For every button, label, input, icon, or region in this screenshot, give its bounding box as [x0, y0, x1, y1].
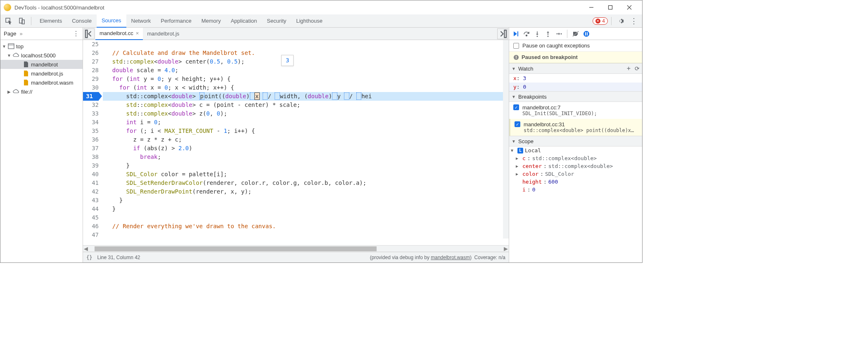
maximize-button[interactable]: [601, 0, 620, 14]
editor-statusbar: {} Line 31, Column 42 (provided via debu…: [83, 252, 509, 262]
deactivate-breakpoints-button[interactable]: [572, 30, 580, 38]
scope-header[interactable]: ▼Scope: [509, 136, 642, 146]
file-tab[interactable]: mandelbrot.cc×: [95, 28, 143, 40]
tab-sources[interactable]: Sources: [97, 14, 126, 28]
svg-rect-10: [505, 30, 507, 38]
settings-icon[interactable]: [615, 15, 626, 27]
sidebar-page-label[interactable]: Page: [4, 31, 16, 37]
tree-host[interactable]: ▼ localhost:5000: [0, 51, 83, 60]
horizontal-scrollbar[interactable]: ◀ ▶: [83, 245, 509, 252]
scope-variable[interactable]: height: 600: [509, 178, 642, 186]
file-tree: ▼ top ▼ localhost:5000 mandelbrotmandelb…: [0, 40, 83, 262]
devtools-tabstrip: ElementsConsoleSourcesNetworkPerformance…: [0, 14, 642, 28]
window-frame-icon: [8, 43, 14, 50]
refresh-watch-icon[interactable]: ⟳: [635, 65, 640, 72]
step-out-button[interactable]: [544, 30, 552, 38]
breakpoints-header[interactable]: ▼Breakpoints: [509, 91, 642, 102]
svg-point-26: [583, 31, 589, 37]
editor-pane: mandelbrot.cc×mandelbrot.js 252627282930…: [83, 28, 509, 262]
coverage-label: Coverage: n/a: [474, 255, 505, 260]
tree-file[interactable]: mandelbrot.wasm: [0, 78, 83, 87]
tab-network[interactable]: Network: [126, 14, 156, 28]
watch-header[interactable]: ▼Watch + ⟳: [509, 63, 642, 74]
tree-file-scheme[interactable]: ▶ file://: [0, 87, 83, 96]
breakpoint-checkbox[interactable]: [515, 121, 520, 127]
svg-marker-11: [514, 31, 517, 36]
navigator-sidebar: Page » ⋮ ▼ top ▼ localhost:5000 mandelbr…: [0, 28, 83, 262]
hover-tooltip: 3: [281, 55, 294, 66]
svg-marker-15: [536, 34, 538, 35]
inspect-icon[interactable]: [3, 15, 14, 27]
step-into-button[interactable]: [533, 30, 541, 38]
paused-banner: Paused on breakpoint: [509, 52, 642, 63]
tab-memory[interactable]: Memory: [197, 14, 226, 28]
device-icon[interactable]: [16, 15, 28, 27]
close-tab-icon[interactable]: ×: [136, 30, 139, 36]
tab-application[interactable]: Application: [226, 14, 262, 28]
step-over-button[interactable]: [522, 30, 531, 38]
error-badge[interactable]: ✕ 4: [593, 17, 608, 25]
tree-top[interactable]: ▼ top: [0, 42, 83, 51]
nav-forward-icon[interactable]: [497, 28, 508, 39]
cloud-icon: [13, 88, 19, 95]
breakpoint-item[interactable]: mandelbrot.cc:31std::complex<double> poi…: [509, 119, 642, 136]
svg-point-22: [561, 33, 562, 34]
watch-item[interactable]: y: 0: [509, 83, 642, 91]
code-editor[interactable]: 2526272829303132333435363738394041424344…: [83, 40, 509, 245]
scope-variable[interactable]: ▶center: std::complex<double>: [509, 162, 642, 170]
watch-item[interactable]: x: 3: [509, 74, 642, 83]
minimize-button[interactable]: [582, 0, 601, 14]
svg-rect-28: [587, 32, 588, 35]
add-watch-icon[interactable]: +: [627, 65, 631, 72]
tab-elements[interactable]: Elements: [35, 14, 67, 28]
svg-point-16: [537, 35, 538, 37]
app-icon: [4, 4, 11, 11]
cursor-position: Line 31, Column 42: [97, 255, 140, 260]
scope-variable[interactable]: i: 0: [509, 186, 642, 194]
pretty-print-icon[interactable]: {}: [86, 255, 92, 260]
svg-marker-21: [559, 33, 560, 35]
step-button[interactable]: [555, 30, 563, 38]
svg-rect-12: [517, 31, 518, 36]
svg-rect-7: [8, 44, 14, 49]
tab-lighthouse[interactable]: Lighthouse: [291, 14, 327, 28]
svg-rect-30: [516, 56, 517, 57]
tab-security[interactable]: Security: [262, 14, 291, 28]
file-tab[interactable]: mandelbrot.js: [143, 28, 183, 40]
breakpoint-item[interactable]: mandelbrot.cc:7SDL_Init(SDL_INIT_VIDEO);: [509, 102, 642, 119]
breakpoint-checkbox[interactable]: [513, 104, 519, 110]
svg-point-13: [526, 35, 527, 36]
cloud-icon: [13, 52, 19, 59]
svg-marker-18: [547, 31, 549, 33]
sidebar-kebab-icon[interactable]: ⋮: [73, 30, 79, 38]
svg-rect-31: [516, 58, 517, 59]
debugger-toolbar: [509, 28, 642, 40]
error-icon: ✕: [595, 19, 600, 24]
tree-file[interactable]: mandelbrot.js: [0, 69, 83, 78]
pause-caught-label: Pause on caught exceptions: [522, 43, 590, 49]
svg-rect-27: [585, 32, 586, 35]
error-count: 4: [602, 18, 605, 24]
scope-variable[interactable]: ▶c: std::complex<double>: [509, 154, 642, 162]
svg-rect-9: [85, 30, 88, 38]
debugger-pane: Pause on caught exceptions Paused on bre…: [509, 28, 642, 262]
window-title: DevTools - localhost:5000/mandelbrot: [14, 5, 582, 11]
resume-button[interactable]: [512, 30, 520, 38]
kebab-icon[interactable]: ⋮: [628, 15, 640, 27]
tab-performance[interactable]: Performance: [156, 14, 196, 28]
nav-back-icon[interactable]: [84, 28, 95, 39]
svg-rect-1: [609, 6, 612, 9]
sidebar-overflow-icon[interactable]: »: [19, 31, 22, 37]
vertical-scrollbar[interactable]: [503, 40, 509, 239]
window-titlebar: DevTools - localhost:5000/mandelbrot: [0, 0, 642, 14]
source-map-link[interactable]: mandelbrot.wasm: [431, 255, 470, 260]
scope-local[interactable]: ▼L Local: [509, 146, 642, 154]
scope-variable[interactable]: ▶color: SDL_Color: [509, 170, 642, 178]
tab-console[interactable]: Console: [67, 14, 97, 28]
svg-point-19: [548, 35, 549, 37]
close-button[interactable]: [620, 0, 639, 14]
pause-caught-checkbox[interactable]: [513, 43, 519, 49]
pause-on-exceptions-button[interactable]: [582, 30, 591, 38]
tree-file[interactable]: mandelbrot: [0, 60, 83, 69]
file-tab-bar: mandelbrot.cc×mandelbrot.js: [83, 28, 509, 40]
